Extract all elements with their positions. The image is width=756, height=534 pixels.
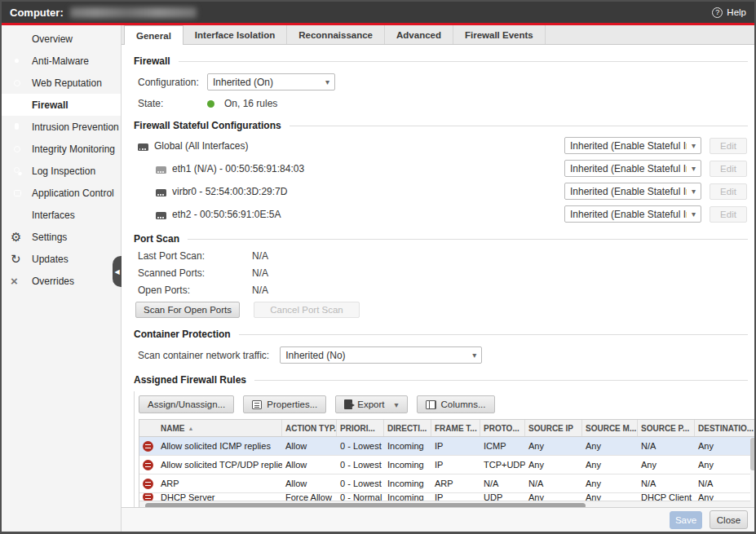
footer-bar: Save Close — [122, 507, 754, 532]
interface-label: eth1 (N/A) - 00:50:56:91:84:03 — [138, 163, 304, 174]
save-button[interactable]: Save — [670, 511, 702, 529]
container-section-heading: Container Protection — [134, 329, 748, 340]
heading-rule — [290, 126, 748, 126]
sidebar-item-label: Integrity Monitoring — [32, 143, 115, 155]
firewall-configuration-dropdown[interactable]: Inherited (On) ▾ — [207, 73, 335, 90]
tab-interface-isolation[interactable]: Interface Isolation — [183, 25, 287, 44]
sidebar-item-label: Anti-Malware — [32, 55, 89, 67]
dropdown-value: Inherited (Enable Stateful Inspection) — [570, 163, 687, 174]
sidebar-item-anti-malware[interactable]: Anti-Malware — [2, 50, 121, 72]
column-header-action-typ[interactable]: ACTION TYP... — [282, 420, 337, 436]
column-header-frame-t[interactable]: FRAME T... — [431, 420, 480, 436]
stateful-inspection-dropdown[interactable]: Inherited (Enable Stateful Inspection)▾ — [564, 137, 701, 154]
tab-firewall-events[interactable]: Firewall Events — [453, 25, 546, 44]
row-icon-cell — [139, 474, 157, 492]
network-interface-icon — [138, 143, 148, 151]
chevron-down-icon: ▾ — [692, 210, 696, 218]
column-header-source-m[interactable]: SOURCE M... — [582, 420, 638, 436]
heading-rule — [239, 334, 748, 335]
table-cell: IP — [431, 456, 480, 474]
tab-reconnaissance[interactable]: Reconnaissance — [287, 25, 385, 44]
vertical-scrollbar[interactable] — [750, 438, 754, 507]
column-header-destinatio[interactable]: DESTINATIO... — [695, 420, 754, 436]
column-header-source-p[interactable]: SOURCE P... — [638, 420, 695, 436]
table-cell: Any — [525, 456, 582, 474]
heading-rule — [254, 380, 748, 381]
edit-button[interactable]: Edit — [710, 161, 747, 177]
sidebar-item-label: Overview — [32, 33, 73, 45]
sidebar-item-overrides[interactable]: ×Overrides — [2, 270, 121, 292]
edit-button[interactable]: Edit — [710, 183, 747, 200]
sidebar-item-updates[interactable]: ↻Updates — [2, 248, 121, 270]
table-row[interactable]: DHCP ServerForce Allow0 - NormalIncoming… — [139, 493, 754, 501]
chevron-down-icon: ▾ — [472, 351, 476, 360]
table-cell: Force Allow — [282, 493, 337, 501]
column-header-directi[interactable]: DIRECTI... — [384, 420, 431, 436]
interface-name: eth1 (N/A) - 00:50:56:91:84:03 — [172, 163, 304, 174]
container-traffic-dropdown[interactable]: Inherited (No) ▾ — [280, 346, 482, 364]
overrides-icon: × — [11, 274, 18, 288]
columns-icon — [426, 400, 436, 409]
sidebar-item-intrusion-prevention[interactable]: Intrusion Prevention — [2, 116, 121, 138]
table-row[interactable]: ARPAllow0 - LowestIncomingARPN/AN/AAnyN/… — [139, 474, 754, 493]
assign-unassign-button[interactable]: Assign/Unassign... — [139, 395, 234, 413]
scan-for-open-ports-button[interactable]: Scan For Open Ports — [135, 302, 240, 318]
sidebar-item-log-inspection[interactable]: Log Inspection — [2, 160, 121, 182]
sidebar-collapse-handle[interactable]: ◀ — [113, 256, 122, 287]
field-label: Scanned Ports: — [138, 267, 252, 279]
table-cell: Any — [582, 493, 638, 501]
interface-label: eth2 - 00:50:56:91:0E:5A — [138, 209, 281, 220]
table-cell: Incoming — [384, 437, 431, 455]
table-cell: N/A — [480, 474, 525, 492]
state-status-icon — [207, 100, 214, 108]
stateful-inspection-dropdown[interactable]: Inherited (Enable Stateful Inspection)▾ — [564, 183, 701, 200]
stateful-inspection-dropdown[interactable]: Inherited (Enable Stateful Inspection)▾ — [564, 160, 701, 177]
sidebar-item-web-reputation[interactable]: Web Reputation — [2, 72, 121, 94]
edit-button[interactable]: Edit — [710, 206, 747, 223]
sidebar-item-overview[interactable]: Overview — [2, 28, 121, 50]
table-cell: Allow solicited ICMP replies — [157, 437, 282, 455]
horizontal-scrollbar[interactable] — [139, 501, 754, 507]
edit-button[interactable]: Edit — [710, 138, 747, 154]
column-header-label: DESTINATIO... — [698, 424, 754, 433]
table-row[interactable]: Allow solicited ICMP repliesAllow0 - Low… — [139, 437, 754, 456]
sidebar-item-label: Interfaces — [32, 210, 75, 221]
columns-button[interactable]: Columns... — [417, 395, 495, 413]
sidebar-item-settings[interactable]: ⚙Settings — [2, 226, 121, 248]
row-icon-cell — [139, 437, 157, 455]
column-header-proto[interactable]: PROTO... — [480, 420, 525, 436]
toolbar-button-label: Columns... — [441, 399, 486, 409]
column-header-priori[interactable]: PRIORI... — [337, 420, 384, 436]
stateful-config-row: Global (All Interfaces)Inherited (Enable… — [134, 137, 748, 154]
tab-general[interactable]: General — [124, 25, 183, 45]
tab-advanced[interactable]: Advanced — [385, 25, 453, 44]
field-label: Open Ports: — [138, 285, 252, 296]
sidebar-item-interfaces[interactable]: Interfaces — [2, 204, 121, 226]
updates-icon: ↻ — [11, 252, 21, 266]
table-cell: IP — [431, 493, 480, 501]
horizontal-scrollbar-thumb[interactable] — [145, 503, 586, 508]
table-cell: Any — [525, 437, 582, 455]
table-cell: Any — [695, 437, 754, 455]
properties-button[interactable]: Properties... — [243, 395, 326, 413]
table-cell: Incoming — [384, 474, 431, 492]
sidebar-item-application-control[interactable]: Application Control — [2, 182, 121, 204]
table-cell: DHCP Client — [638, 493, 695, 501]
table-cell: Allow — [282, 474, 337, 492]
cancel-port-scan-button[interactable]: Cancel Port Scan — [254, 302, 360, 318]
configuration-label: Configuration: — [138, 77, 195, 88]
overview-icon — [11, 33, 24, 46]
table-cell: Allow — [282, 437, 337, 455]
export-button[interactable]: Export▾ — [335, 395, 407, 413]
stateful-inspection-dropdown[interactable]: Inherited (Enable Stateful Inspection)▾ — [564, 205, 701, 223]
stateful-row-controls: Inherited (Enable Stateful Inspection)▾E… — [564, 205, 748, 223]
vertical-scrollbar-thumb[interactable] — [750, 438, 754, 470]
sidebar-item-integrity-monitoring[interactable]: Integrity Monitoring — [2, 138, 121, 160]
help-button[interactable]: ? Help — [712, 7, 746, 18]
table-row[interactable]: Allow solicited TCP/UDP repliesAllow0 - … — [139, 456, 754, 474]
table-cell: 0 - Lowest — [337, 437, 384, 455]
column-header-source-ip[interactable]: SOURCE IP — [525, 420, 582, 436]
close-button[interactable]: Close — [710, 510, 748, 529]
sidebar-item-firewall[interactable]: Firewall — [2, 94, 121, 116]
column-header-name[interactable]: NAME▲ — [157, 420, 282, 436]
